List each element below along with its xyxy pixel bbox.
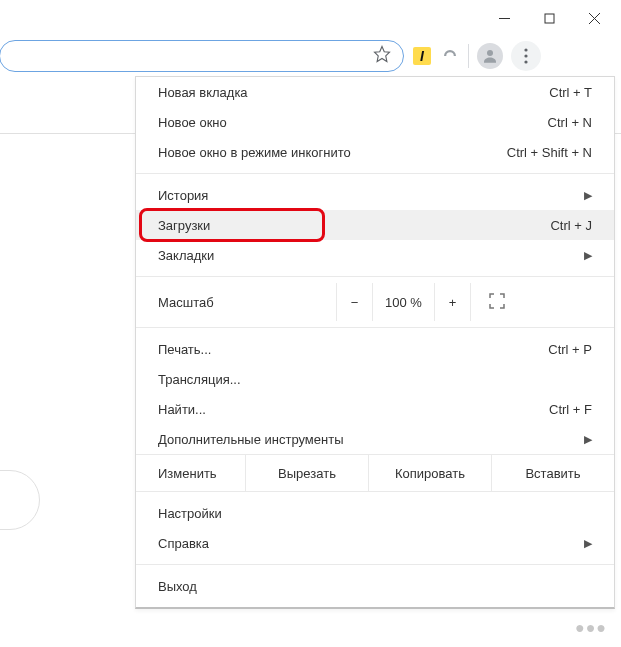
menu-item-label: Новая вкладка [158,85,248,100]
resize-grip-icon: ●●● [575,619,607,637]
zoom-value: 100 % [373,283,435,321]
menu-item-label: Новое окно в режиме инкогнито [158,145,351,160]
menu-item-shortcut: Ctrl + T [549,85,592,100]
menu-item-label: Новое окно [158,115,227,130]
profile-avatar-icon[interactable] [477,43,503,69]
menu-item-label: Настройки [158,506,222,521]
menu-copy[interactable]: Копировать [369,455,492,491]
menu-new-tab[interactable]: Новая вкладка Ctrl + T [136,77,614,107]
menu-separator [136,173,614,174]
menu-paste[interactable]: Вставить [492,455,614,491]
address-bar[interactable] [0,40,404,72]
svg-rect-1 [545,14,554,23]
menu-separator [136,276,614,277]
menu-item-label: Выход [158,579,197,594]
zoom-out-button[interactable]: − [337,283,373,321]
chevron-right-icon: ▶ [584,433,592,446]
menu-item-label: Масштаб [136,295,336,310]
fullscreen-button[interactable] [471,283,523,321]
menu-item-label: Загрузки [158,218,210,233]
menu-separator [136,564,614,565]
menu-item-label: Дополнительные инструменты [158,432,344,447]
menu-new-window[interactable]: Новое окно Ctrl + N [136,107,614,137]
menu-cast[interactable]: Трансляция... [136,364,614,394]
menu-item-label: Печать... [158,342,211,357]
zoom-in-button[interactable]: + [435,283,471,321]
menu-item-label: Трансляция... [158,372,241,387]
svg-point-8 [524,60,527,63]
svg-point-7 [524,54,527,57]
menu-edit-label: Изменить [136,455,246,491]
minimize-button[interactable] [482,3,527,33]
menu-history[interactable]: История ▶ [136,180,614,210]
browser-toolbar: I [0,36,621,76]
main-menu-button[interactable] [511,41,541,71]
menu-item-shortcut: Ctrl + P [548,342,592,357]
toolbar-separator [468,44,469,68]
menu-downloads[interactable]: Загрузки Ctrl + J [136,210,614,240]
window-titlebar [0,0,621,36]
menu-zoom-row: Масштаб − 100 % + [136,283,614,321]
menu-item-label: История [158,188,208,203]
menu-settings[interactable]: Настройки [136,498,614,528]
svg-marker-4 [375,47,390,62]
menu-item-shortcut: Ctrl + N [548,115,592,130]
chevron-right-icon: ▶ [584,189,592,202]
svg-point-6 [524,48,527,51]
chevron-right-icon: ▶ [584,249,592,262]
menu-find[interactable]: Найти... Ctrl + F [136,394,614,424]
menu-incognito[interactable]: Новое окно в режиме инкогнито Ctrl + Shi… [136,137,614,167]
bookmark-star-icon[interactable] [373,45,391,67]
menu-more-tools[interactable]: Дополнительные инструменты ▶ [136,424,614,454]
chevron-right-icon: ▶ [584,537,592,550]
menu-item-shortcut: Ctrl + F [549,402,592,417]
menu-item-label: Справка [158,536,209,551]
svg-point-5 [487,50,493,56]
yandex-extension-icon[interactable]: I [412,46,432,66]
maximize-button[interactable] [527,3,572,33]
menu-item-shortcut: Ctrl + Shift + N [507,145,592,160]
menu-exit[interactable]: Выход [136,571,614,601]
menu-item-label: Найти... [158,402,206,417]
close-button[interactable] [572,3,617,33]
fullscreen-icon [489,293,505,312]
extension-icon[interactable] [440,46,460,66]
menu-item-label: Закладки [158,248,214,263]
menu-cut[interactable]: Вырезать [246,455,369,491]
menu-help[interactable]: Справка ▶ [136,528,614,558]
menu-edit-row: Изменить Вырезать Копировать Вставить [136,454,614,492]
side-button-fragment [0,470,40,530]
menu-print[interactable]: Печать... Ctrl + P [136,334,614,364]
menu-item-shortcut: Ctrl + J [550,218,592,233]
menu-separator [136,327,614,328]
menu-bookmarks[interactable]: Закладки ▶ [136,240,614,270]
main-menu-dropdown: Новая вкладка Ctrl + T Новое окно Ctrl +… [135,76,615,609]
